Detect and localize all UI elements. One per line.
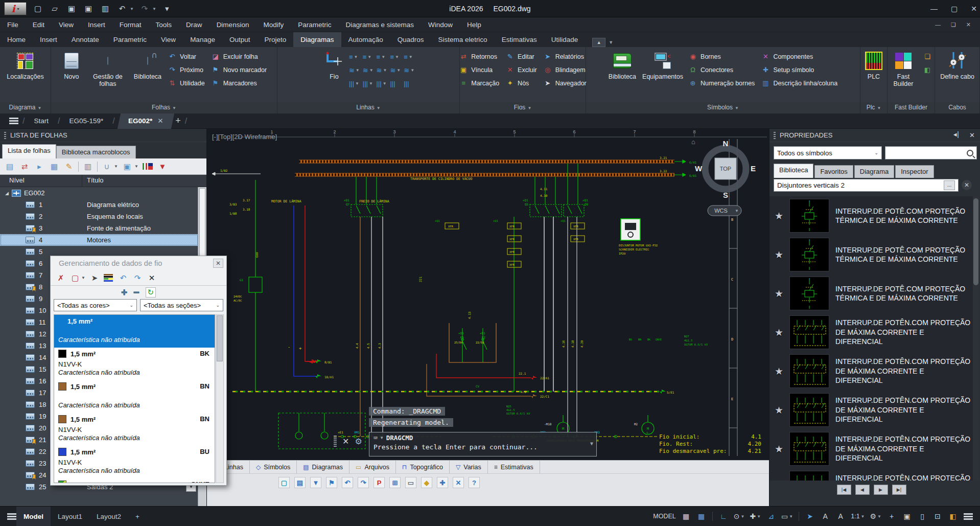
caret-icon[interactable]: ▼ (410, 68, 414, 73)
ribbon-button-corner-wire-1[interactable]: ≋▼ (348, 63, 361, 77)
layout-tab-layout1[interactable]: Layout1 (51, 507, 89, 526)
close-tab-icon[interactable]: ✕ (157, 117, 163, 125)
ribbon-collapse-button[interactable]: ▲ (592, 38, 605, 47)
column-titulo[interactable]: Título (87, 176, 104, 184)
open-file-icon[interactable]: ▱ (49, 4, 61, 13)
menu-edit[interactable]: Edit (26, 17, 52, 32)
add-layout-button[interactable]: + (128, 507, 147, 526)
symbol-item-7[interactable]: ★INTERRUP.DE POTÊN.COM PROTEÇÃODE MÁXIMA… (769, 429, 973, 468)
ribbon-tab-view[interactable]: View (154, 32, 183, 47)
new-drawing-button[interactable]: ▢ (278, 477, 290, 488)
panel-label-linhas[interactable]: Linhas▼ (277, 102, 459, 113)
command-options-caret-icon[interactable]: ▼ (381, 436, 383, 440)
drawing-viewport[interactable]: [-][Top][2D Wireframe] 12345678 (207, 129, 769, 460)
wire-item-1[interactable]: 1,5 mm²Característica não atribuída (54, 315, 215, 348)
scrollbar-thumb[interactable] (973, 198, 978, 285)
caret-icon[interactable]: ▼ (114, 164, 118, 169)
quick-properties-toggle[interactable]: ▯ (916, 510, 929, 522)
panel-label-cabos[interactable]: Cabos (935, 102, 979, 113)
preview-sheet-button[interactable]: ▸ (34, 161, 45, 172)
mdi-minimize-icon[interactable]: — (935, 21, 941, 28)
selection-cycling-toggle[interactable]: ➤ (803, 510, 816, 522)
ribbon-button-fast-builder[interactable]: Fast Builder (888, 49, 919, 87)
ribbon-button-multi-wire-3[interactable]: ≡▼ (376, 50, 388, 63)
annotation-scale-label-toggle[interactable]: 1:1▼ (849, 510, 866, 522)
command-line-grip-icon[interactable] (334, 436, 337, 447)
command-prompt[interactable]: Pressione a tecla Enter para continuar..… (374, 443, 592, 451)
ribbon-tab-quadros[interactable]: Quadros (390, 32, 431, 47)
close-button[interactable]: ✕ (971, 5, 977, 13)
ribbon-button-novo[interactable]: Novo (59, 49, 84, 80)
sheet-tree-root[interactable]: ◢EG002 (0, 187, 198, 199)
isometric-drafting-toggle[interactable]: ✚▼ (748, 510, 762, 522)
ribbon-button-setup-simbolo[interactable]: ✚Setup símbolo (758, 63, 840, 76)
ribbon-button-fio[interactable]: Fio (321, 49, 347, 80)
caret-icon[interactable]: ▼ (369, 81, 373, 86)
caret-icon[interactable]: ▼ (395, 55, 399, 59)
panel-grip-icon[interactable] (774, 132, 776, 139)
clear-category-button[interactable]: ✕ (962, 180, 972, 190)
close-button[interactable]: ✕ (453, 477, 464, 488)
ribbon-tab-automa-o[interactable]: Automação (341, 32, 390, 47)
menu-view[interactable]: View (52, 17, 81, 32)
ribbon-button-navegador[interactable]: ➤Navegador (541, 77, 589, 89)
next-page-button[interactable]: ▶ (874, 485, 888, 495)
panel-label-folhas[interactable]: Folhas▼ (51, 102, 277, 113)
ribbon-tab-parametric[interactable]: Parametric (106, 32, 154, 47)
command-line-close-icon[interactable]: ✕ (342, 437, 349, 446)
caret-icon[interactable]: ▼ (383, 68, 387, 73)
ribbon-button-blindagem[interactable]: ◎Blindagem (541, 63, 589, 76)
app-logo[interactable]: i▾ (4, 2, 27, 15)
favorite-star-icon[interactable]: ★ (775, 443, 783, 455)
pin-panel-icon[interactable]: ◄▏ (952, 131, 962, 139)
grid-display-toggle[interactable]: ▦ (680, 510, 693, 522)
duplicate-sheet-button[interactable]: ▦ (49, 161, 60, 172)
object-snap-tracking-toggle[interactable]: ⊿ (764, 510, 778, 522)
remove-wire-button[interactable]: − (133, 287, 139, 298)
ribbon-button-biblioteca-simbolos[interactable]: Biblioteca (606, 49, 639, 80)
ribbon-button-nos[interactable]: ✦Nòs (503, 77, 540, 89)
menu-diagramas-e-sistemas[interactable]: Diagramas e sistemas (338, 17, 421, 32)
units-toggle[interactable]: ▣ (900, 510, 914, 522)
export-sheet-button[interactable]: ▼ (157, 161, 168, 172)
print-icon[interactable]: ▥ (99, 4, 111, 13)
ribbon-button-gestao-de-folhas[interactable]: Gestão de folhas (85, 49, 130, 87)
caret-icon[interactable]: ▼ (383, 81, 387, 86)
bottom-tab-varias[interactable]: ▽Varias (450, 461, 488, 473)
caret-icon[interactable]: ▼ (152, 7, 156, 11)
ribbon-tab-home[interactable]: Home (0, 32, 33, 47)
layout-tab-layout2[interactable]: Layout2 (89, 507, 128, 526)
ribbon-button-multi-wire-5[interactable]: ≡▼ (403, 50, 415, 63)
library-button[interactable]: ▤ (294, 477, 306, 488)
ribbon-tab-projeto[interactable]: Projeto (257, 32, 293, 47)
symbol-list-scrollbar[interactable] (973, 196, 979, 481)
undo-button[interactable]: ↶ (342, 477, 353, 488)
caret-icon[interactable]: ▼ (354, 55, 358, 59)
ribbon-button-vertical-wire-2[interactable]: |||▼ (362, 77, 375, 90)
close-panel-icon[interactable]: ✕ (969, 131, 975, 139)
ortho-mode-toggle[interactable]: ∟ (717, 510, 730, 522)
frame-button[interactable]: ▭ (405, 477, 416, 488)
viewport-controls[interactable]: [-][Top][2D Wireframe] (212, 133, 277, 141)
attach-file-button[interactable]: ∪ (101, 161, 112, 172)
annotation-visibility-toggle[interactable]: A (819, 510, 832, 522)
view-cube[interactable]: ⌂ TOP N S W E WCS ▼ (691, 138, 756, 216)
new-document-tab-button[interactable]: + (175, 116, 181, 126)
menu-dimension[interactable]: Dimension (209, 17, 256, 32)
ribbon-tab-manage[interactable]: Manage (183, 32, 222, 47)
ribbon-button-equipamentos[interactable]: ⑆Equipamentos (640, 49, 685, 80)
wire-item-3[interactable]: 1,5 mm²BNCaracterística não atribuída (54, 380, 215, 413)
symbol-category-field[interactable]: Disjuntores verticais 2 ... (774, 179, 959, 192)
sheet-tab-lista-de-folhas[interactable]: Lista de folhas (2, 144, 56, 158)
caret-icon[interactable]: ▼ (369, 68, 374, 73)
viewcube-north[interactable]: N (723, 139, 729, 148)
wire-list-scrollbar[interactable] (216, 314, 224, 483)
symbol-item-6[interactable]: ★INTERRUP.DE POTÊN.COM PROTEÇÃODE MÁXIMA… (769, 391, 973, 429)
viewcube-west[interactable]: W (695, 164, 703, 173)
ribbon-tab-estimativas[interactable]: Estimativas (495, 32, 544, 47)
ribbon-button-utilidade[interactable]: ⇅Utilidade (165, 77, 207, 89)
copy-sheets-button[interactable]: ▣ (122, 161, 133, 172)
graphics-performance-toggle[interactable]: ◧ (946, 510, 960, 522)
viewcube-home-icon[interactable]: ⌂ (691, 138, 695, 146)
quick-access-options-icon[interactable]: ▾ (161, 4, 173, 13)
